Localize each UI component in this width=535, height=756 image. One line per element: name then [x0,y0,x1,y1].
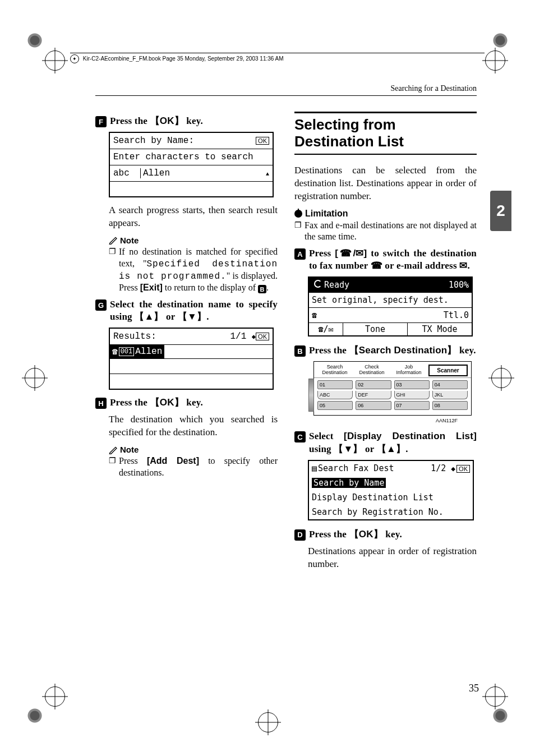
limitation-1: Fax and e-mail destinations are not disp… [294,220,477,243]
display-dest-list-key: [Display Destination List] [344,431,477,441]
note-heading-2: Note [109,445,278,454]
mail-icon-inline-2: ✉ [459,260,467,271]
lcd-menu-page: 1/2 [431,463,446,473]
reg-mark-mr [491,368,510,387]
step-6-text-a: Press the [110,116,150,126]
phone-icon-inline: ☎ [338,248,353,259]
dest-number-badge: 001 [119,347,135,356]
note-heading-1: Note [109,236,278,245]
scroll-icon [451,463,456,473]
phone-icon: ☎ [112,346,118,357]
lcd-txmode: TX Mode [407,323,472,335]
menu-item-search-regno: Search by Registration No. [312,507,444,517]
quick-key-04: 04 [432,380,468,389]
quick-key-08: 08 [432,401,468,410]
lcd-ok-indicator-2: OK [256,333,269,340]
step-8-badge: H [95,398,107,409]
lcd-ok-indicator-3: OK [456,465,470,473]
menu-item-search-by-name: Search by Name [312,478,386,488]
step-7: G Select the destination name to specify… [95,298,278,323]
step-7-badge: G [95,299,107,311]
control-panel-illustration: Search Destination Check Destination Job… [313,361,472,416]
note-2: Press [Add Dest] to specify other destin… [109,455,278,479]
heading-rule [294,154,477,155]
panel-tab-check: Check Destination [354,365,389,376]
reg-mark-ml [25,368,44,387]
panel-side [308,379,314,412]
step-ref-icon: B [258,285,266,293]
reg-mark-br [485,686,504,706]
quick-key-jkl: JKL [432,391,468,399]
lcd-ok-indicator: OK [256,137,269,145]
menu-item-display-list: Display Destination List [312,492,433,503]
quick-key-def: DEF [356,391,391,399]
quick-key-03: 03 [394,380,430,389]
step-2-badge: B [294,345,306,357]
section-heading: Selecting from Destination List [294,112,477,150]
dest-specified-text: The destination which you searched is sp… [109,413,278,439]
step-6: F Press the 【OK】 key. [95,115,278,127]
lcd-ready-label: Ready [324,280,349,290]
page-number: 35 [469,683,479,694]
step-4-badge: D [294,529,306,541]
lcd-prompt: Enter characters to search [113,152,253,162]
limitation-heading: Limitation [294,209,477,219]
lcd-title: Search by Name: [113,136,194,146]
down-arrow-key-2: 【▼】 [334,443,362,455]
panel-tab-scanner: Scanner [428,365,468,376]
panel-tab-search: Search Destination [317,365,352,376]
quick-key-02: 02 [356,380,391,389]
lcd-results-count: 1/1 [230,331,246,342]
cursor-up-icon [266,168,269,178]
crop-corner-br [491,706,510,725]
step-4: D Press the 【OK】 key. [294,528,477,541]
step-1-badge: A [294,248,306,260]
crop-corner-bl [25,706,44,725]
phone-icon-2 [312,310,317,320]
ok-key-label-2: OK [160,397,174,408]
ready-icon [314,280,322,290]
quick-key-05: 05 [317,401,353,410]
chapter-tab: 2 [490,191,511,231]
quick-key-07: 07 [394,401,430,410]
running-head: Searching for a Destination [95,84,477,96]
note-1: If no destination is matched for specifi… [109,246,278,294]
reg-mark-bl [45,686,64,706]
reg-mark-bc [258,712,277,731]
lcd-instruction: Set original, specify dest. [312,295,449,305]
panel-tab-job: Job Information [391,365,426,376]
step-6-badge: F [95,116,107,127]
quick-key-01: 01 [317,380,353,389]
mail-icon-inline: ✉ [356,248,363,259]
up-arrow-key-2: 【▲】 [377,443,405,455]
step-3: C Select [Display Destination List] usin… [294,430,477,455]
quick-key-ghi: GHI [394,391,430,399]
step-2: B Press the 【Search Destination】 key. [294,344,477,357]
phone-icon-inline-2: ☎ [371,260,382,271]
lcd-tone: Tone [343,323,407,335]
lcd-results: Results: 1/1 ◆OK ☎001Allen [109,328,274,390]
search-progress-text: A search progress starts, then search re… [109,204,278,230]
list-icon [312,463,318,473]
lcd-entered-text: Allen [140,168,170,178]
crop-corner-tl [25,31,44,50]
dest-name: Allen [135,347,162,357]
ok-key-label: OK [160,116,174,126]
lcd-ready: Ready 100% Set original, specify dest. T… [308,276,473,336]
reg-mark-tl [45,50,64,70]
book-header: ✦ Kir-C2-AEcombine_F_FM.book Page 35 Mon… [70,53,485,63]
down-arrow-key: 【▼】 [178,311,206,323]
step-8: H Press the 【OK】 key. [95,397,278,409]
figure-id: AAN112F [294,418,458,423]
section-intro: Destinations can be selected from the de… [294,164,477,203]
destinations-order-text: Destinations appear in order of registra… [308,545,477,571]
reg-mark-tr [485,50,504,70]
step-3-badge: C [294,431,306,442]
book-header-text: Kir-C2-AEcombine_F_FM.book Page 35 Monda… [83,56,284,62]
lcd-mode: abc [113,168,130,178]
quick-key-06: 06 [356,401,391,410]
lcd-percent: 100% [449,280,469,290]
lcd-search-menu: Search Fax Dest 1/2 OK Search by Name Di… [308,460,474,520]
phone-mail-toggle-icon: ☎/✉ [318,324,333,334]
lcd-menu-title: Search Fax Dest [318,463,394,473]
